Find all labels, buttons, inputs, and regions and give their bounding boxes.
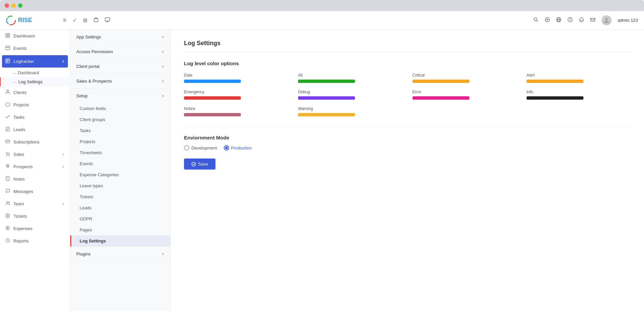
sidebar-item-sales[interactable]: Sales ∨ (0, 148, 70, 161)
settings-item-client-groups[interactable]: Client groups (70, 114, 170, 125)
team-chevron: ∨ (62, 202, 65, 206)
sidebar-item-logtracker[interactable]: Logtracker ∧ (2, 55, 68, 68)
sidebar-item-dashboard[interactable]: Dashboard (0, 30, 70, 42)
clock-icon[interactable] (567, 17, 573, 24)
settings-item-custom-fields[interactable]: Custom fields (70, 103, 170, 114)
log-level-title: Log level color options (184, 61, 631, 66)
svg-rect-3 (94, 19, 98, 22)
color-bar-error[interactable] (412, 96, 469, 100)
sidebar-item-tasks[interactable]: Tasks (0, 111, 70, 123)
search-icon[interactable] (533, 17, 539, 24)
settings-item-leave-types[interactable]: Leave types (70, 180, 170, 191)
svg-marker-19 (6, 102, 10, 106)
app-settings-chevron: ∨ (162, 35, 164, 39)
radio-circle-development (184, 145, 189, 150)
subscriptions-icon (5, 139, 10, 145)
setup-chevron: ∧ (162, 94, 164, 98)
svg-rect-15 (8, 36, 10, 37)
settings-item-log-settings[interactable]: Log Settings (70, 235, 170, 246)
color-bar-all[interactable] (298, 80, 355, 83)
settings-item-projects[interactable]: Projects (70, 136, 170, 147)
settings-header-setup[interactable]: Setup ∧ (70, 89, 170, 103)
divider (184, 126, 631, 127)
settings-item-tickets[interactable]: Tickets (70, 191, 170, 202)
sidebar-item-prospects[interactable]: Prospects ∨ (0, 161, 70, 173)
sidebar-item-clients[interactable]: Clients (0, 86, 70, 99)
settings-item-gdpr[interactable]: GDPR (70, 213, 170, 224)
close-button[interactable] (5, 3, 9, 8)
svg-rect-12 (6, 33, 7, 35)
settings-item-expense-categories[interactable]: Expense Categories (70, 169, 170, 180)
color-bar-critical[interactable] (412, 80, 469, 83)
svg-point-18 (7, 90, 9, 92)
sidebar-item-messages[interactable]: Messages (0, 185, 70, 198)
top-bar-left: RISE ≡ ✓ ⊞ (6, 15, 110, 25)
logo-area: RISE (6, 15, 56, 25)
menu-icon[interactable]: ≡ (63, 17, 67, 24)
sidebar-item-notes[interactable]: Notes (0, 173, 70, 185)
color-bar-debug[interactable] (298, 96, 355, 100)
prospects-chevron: ∨ (62, 165, 65, 169)
settings-panel: App Settings ∨ Access Permission ∨ Clien… (70, 30, 171, 311)
page-title: Log Settings (184, 40, 631, 53)
settings-item-pages[interactable]: Pages (70, 224, 170, 235)
settings-item-leads[interactable]: Leads (70, 202, 170, 213)
settings-header-app-settings[interactable]: App Settings ∨ (70, 30, 170, 44)
globe-icon[interactable] (556, 17, 561, 24)
color-item-error: Error (412, 90, 517, 100)
mail-icon[interactable] (590, 17, 595, 24)
settings-item-tasks[interactable]: Tasks (70, 125, 170, 136)
settings-header-sales-prospects[interactable]: Sales & Prospects ∨ (70, 74, 170, 88)
sidebar-sub-log-settings[interactable]: Log Settings (0, 77, 70, 86)
sidebar-item-expenses[interactable]: Expenses (0, 222, 70, 235)
sidebar-item-projects[interactable]: Projects (0, 99, 70, 111)
sidebar-item-tickets[interactable]: Tickets (0, 210, 70, 222)
color-bar-emergency[interactable] (184, 96, 241, 100)
window-chrome (0, 0, 644, 11)
sidebar-sub-dashboard[interactable]: Dashboard (0, 68, 70, 77)
sidebar-label-expenses: Expenses (13, 226, 32, 231)
briefcase-icon[interactable] (93, 17, 99, 24)
plugins-chevron: ∨ (162, 252, 164, 256)
settings-header-client-portal[interactable]: Client portal ∨ (70, 59, 170, 74)
grid-icon[interactable]: ⊞ (83, 17, 87, 23)
settings-header-access-permission[interactable]: Access Permission ∨ (70, 44, 170, 59)
app-container: RISE ≡ ✓ ⊞ (0, 11, 644, 311)
color-item-emergency: Emergency (184, 90, 288, 100)
clients-icon (5, 90, 10, 95)
leads-icon (5, 127, 10, 132)
color-bar-warning[interactable] (298, 113, 355, 116)
svg-point-29 (7, 215, 9, 217)
settings-header-plugins[interactable]: Plugins ∨ (70, 247, 170, 261)
tickets-icon (5, 213, 10, 219)
save-button[interactable]: Save (184, 159, 215, 170)
top-bar-right: admin 123 (533, 15, 638, 25)
sidebar-label-subscriptions: Subscriptions (13, 139, 39, 144)
radio-label-production: Production (231, 145, 252, 150)
prospects-icon (5, 164, 10, 170)
check-icon[interactable]: ✓ (73, 17, 77, 23)
sidebar-item-team[interactable]: Team ∨ (0, 198, 70, 210)
plus-icon[interactable] (545, 17, 550, 24)
env-title: Enviornment Mode (184, 135, 631, 140)
radio-production[interactable]: Production (224, 145, 252, 150)
maximize-button[interactable] (18, 3, 22, 8)
svg-point-11 (605, 18, 608, 21)
sidebar-item-reports[interactable]: Reports (0, 235, 70, 247)
color-bar-info[interactable] (527, 96, 583, 100)
settings-item-events[interactable]: Events (70, 158, 170, 169)
sidebar-item-events[interactable]: Events (0, 42, 70, 55)
sidebar-item-subscriptions[interactable]: Subscriptions (0, 136, 70, 148)
color-label-notice: Notice (184, 106, 288, 111)
settings-item-timesheets[interactable]: Timesheets (70, 147, 170, 158)
radio-development[interactable]: Development (184, 145, 217, 150)
color-bar-date[interactable] (184, 80, 241, 83)
bell-icon[interactable] (579, 17, 584, 24)
sidebar-sub-label-log-settings: Log Settings (18, 79, 42, 84)
color-bar-alert[interactable] (527, 80, 583, 83)
sidebar-item-leads[interactable]: Leads (0, 123, 70, 136)
color-bar-notice[interactable] (184, 113, 241, 116)
color-label-debug: Debug (298, 90, 402, 94)
monitor-icon[interactable] (105, 17, 110, 24)
minimize-button[interactable] (11, 3, 16, 8)
